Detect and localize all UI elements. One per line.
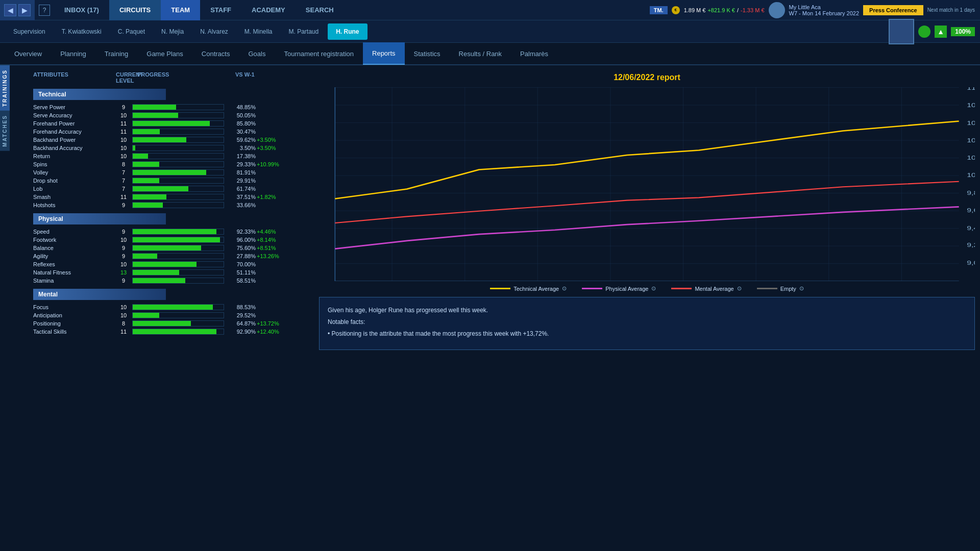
nav-circuits[interactable]: CIRCUITS (109, 0, 161, 20)
attr-percent: 30.47% (225, 129, 256, 135)
attr-percent: 50.05% (225, 112, 256, 118)
attr-name: Backhand Accuracy (33, 145, 115, 151)
info-bullet1: • Positioning is the attribute that made… (328, 329, 966, 339)
nav-back-button[interactable]: ◀ (4, 4, 16, 16)
coin-icon: € (672, 6, 680, 14)
sub-nav-kwiatkowski[interactable]: T. Kwiatkowski (54, 20, 110, 43)
svg-text:9,20: 9,20 (967, 242, 975, 248)
attr-bar-container (132, 194, 224, 200)
table-row: Reflexes 10 70.00% (33, 260, 309, 268)
info-box: Given his age, Holger Rune has progresse… (319, 297, 975, 350)
svg-rect-0 (335, 87, 959, 281)
attr-value: 10 (116, 237, 131, 243)
attr-name: Positioning (33, 320, 115, 327)
attr-name: Anticipation (33, 312, 115, 318)
attr-bar-container (132, 312, 224, 318)
tab-statistics[interactable]: Statistics (405, 42, 450, 65)
tab-results-rank[interactable]: Results / Rank (450, 42, 511, 65)
attr-progress: +10.99% (257, 161, 298, 167)
attr-progress: +3.50% (257, 137, 298, 143)
legend-empty: Empty ⊙ (757, 285, 804, 292)
tab-reports[interactable]: Reports (363, 42, 405, 65)
table-row: Agility 9 27.88% +13.26% (33, 252, 309, 260)
trainings-side-label[interactable]: TRAININGS (0, 65, 10, 111)
tm-badge: TM. (650, 6, 668, 14)
legend-mental-line (671, 288, 692, 289)
legend-empty-toggle[interactable]: ⊙ (799, 285, 804, 292)
sub-nav-alvarez[interactable]: N. Alvarez (192, 20, 236, 43)
tab-gameplans[interactable]: Game Plans (137, 42, 192, 65)
tab-training[interactable]: Training (95, 42, 137, 65)
attr-percent: 85.80% (225, 120, 256, 127)
press-conference-button[interactable]: Press Conference (863, 5, 923, 15)
week-date: W7 - Mon 14 February 2022 (789, 10, 860, 16)
attr-percent: 48.85% (225, 104, 256, 110)
legend-mental-toggle[interactable]: ⊙ (737, 285, 742, 292)
attr-bar-container (132, 169, 224, 176)
attr-percent: 29.91% (225, 178, 256, 184)
tab-overview[interactable]: Overview (5, 42, 51, 65)
sub-nav-partaud[interactable]: M. Partaud (281, 20, 327, 43)
attr-name: Natural Fitness (33, 269, 115, 276)
attr-bar (133, 113, 178, 118)
nav-academy[interactable]: ACADEMY (241, 0, 296, 20)
legend-technical-toggle[interactable]: ⊙ (562, 285, 567, 292)
attr-bar (133, 229, 216, 234)
attr-percent: 61.74% (225, 186, 256, 192)
attr-bar (133, 105, 176, 110)
attr-bar-container (132, 153, 224, 159)
sub-nav-rune[interactable]: H. Rune (328, 23, 367, 40)
table-row: Speed 9 92.33% +4.46% (33, 228, 309, 236)
info-line2: Notable facts: (328, 317, 966, 327)
tab-planning[interactable]: Planning (51, 42, 95, 65)
attr-bar (133, 313, 159, 318)
col-attributes: ATTRIBUTES (33, 71, 115, 84)
nav-inbox[interactable]: INBOX (17) (54, 0, 109, 20)
nav-search[interactable]: SEARCH (296, 0, 344, 20)
sub-nav-minella[interactable]: M. Minella (236, 20, 281, 43)
attr-progress: +13.72% (257, 320, 298, 327)
attr-percent: 88.53% (225, 304, 256, 310)
sub-nav-mejia[interactable]: N. Mejia (153, 20, 192, 43)
table-row: Serve Power 9 48.85% (33, 103, 309, 111)
nav-forward-button[interactable]: ▶ (18, 4, 31, 16)
legend-technical-line (490, 288, 510, 289)
col-progress: PROGRESS (137, 71, 224, 84)
sub-nav-paquet[interactable]: C. Paquet (110, 20, 153, 43)
nav-team[interactable]: TEAM (161, 0, 200, 20)
attr-bar (133, 321, 191, 326)
nav-staff[interactable]: STAFF (200, 0, 241, 20)
table-row: Volley 7 81.91% (33, 168, 309, 177)
attr-bar-container (132, 320, 224, 327)
svg-text:9,00: 9,00 (967, 260, 975, 266)
legend-physical-toggle[interactable]: ⊙ (651, 285, 656, 292)
svg-text:11,00: 11,00 (967, 87, 975, 91)
left-panel: ATTRIBUTES CURRENT LEVEL PROGRESS VS W-1… (28, 65, 314, 551)
tab-contracts[interactable]: Contracts (192, 42, 239, 65)
attr-value: 7 (116, 178, 131, 184)
attr-bar-container (132, 261, 224, 267)
attr-bar (133, 245, 201, 251)
sub-nav-supervision[interactable]: Supervision (5, 20, 54, 43)
help-button[interactable]: ? (39, 5, 50, 16)
attr-bar-container (132, 137, 224, 143)
attr-name: Serve Accuracy (33, 112, 115, 118)
table-row: Footwork 10 96.00% +8.14% (33, 236, 309, 244)
tab-palmares[interactable]: Palmarès (511, 42, 557, 65)
legend-mental-label: Mental Average (695, 286, 733, 292)
attr-name: Speed (33, 229, 115, 235)
attr-name: Return (33, 153, 115, 159)
attr-percent: 3.50% (225, 145, 256, 151)
attr-progress: +4.46% (257, 229, 298, 235)
tab-goals[interactable]: Goals (239, 42, 275, 65)
attr-bar-container (132, 145, 224, 151)
attr-progress: +8.51% (257, 245, 298, 251)
matches-side-label[interactable]: MATCHES (0, 111, 10, 151)
attr-bar (133, 154, 148, 159)
tab-tournament-registration[interactable]: Tournament registration (275, 42, 363, 65)
attr-bar-container (132, 304, 224, 310)
attr-progress: +13.26% (257, 253, 298, 259)
attr-percent: 92.90% (225, 329, 256, 335)
fitness-percentage: 100% (951, 27, 975, 36)
attr-percent: 37.51% (225, 194, 256, 200)
